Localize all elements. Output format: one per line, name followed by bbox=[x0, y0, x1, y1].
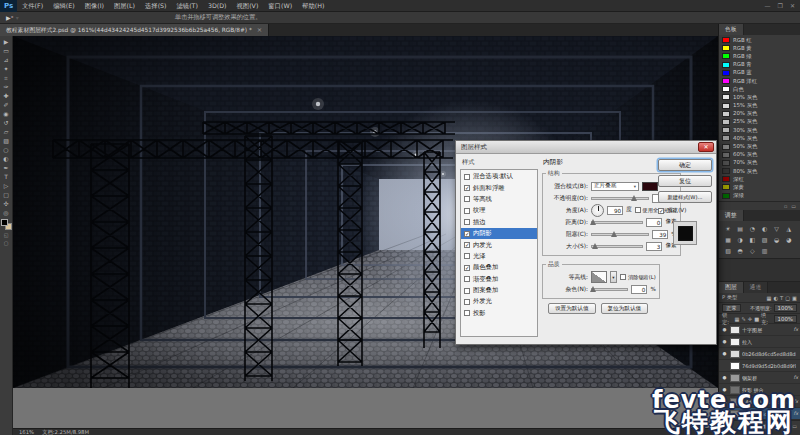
marquee-tool-icon[interactable]: ▭ bbox=[3, 46, 9, 55]
style-label[interactable]: 混合选项:默认 bbox=[473, 172, 513, 181]
layer-thumbnail[interactable] bbox=[730, 326, 740, 334]
hand-tool-icon[interactable]: ✣ bbox=[3, 199, 8, 208]
reset-button[interactable]: 复位 bbox=[658, 175, 712, 187]
eye-icon[interactable]: ● bbox=[721, 339, 728, 344]
delete-swatch-icon[interactable]: ▭ bbox=[791, 203, 796, 209]
eyedropper-tool-icon[interactable]: ✑ bbox=[3, 82, 8, 91]
menu-item[interactable]: 选择(S) bbox=[140, 0, 172, 12]
swatch-row[interactable]: 15% 灰色 bbox=[719, 102, 800, 110]
opacity-slider[interactable] bbox=[591, 197, 649, 200]
new-swatch-icon[interactable]: ▫ bbox=[784, 203, 787, 209]
menu-item[interactable]: 编辑(E) bbox=[48, 0, 80, 12]
style-checkbox[interactable] bbox=[464, 299, 470, 305]
style-label[interactable]: 斜面和浮雕 bbox=[473, 184, 504, 193]
layer-thumbnail[interactable] bbox=[730, 374, 740, 382]
quick-select-tool-icon[interactable]: ✦ bbox=[3, 64, 8, 73]
distance-slider[interactable] bbox=[591, 221, 643, 224]
history-brush-tool-icon[interactable]: ↺ bbox=[3, 118, 8, 127]
preview-checkbox[interactable]: ✓预览(V) bbox=[658, 207, 712, 215]
style-checkbox[interactable]: ✓ bbox=[464, 265, 470, 271]
style-checkbox[interactable]: ✓ bbox=[464, 242, 470, 248]
levels-icon[interactable]: ▤ bbox=[735, 224, 745, 233]
color-balance-icon[interactable]: ▦ bbox=[723, 235, 733, 244]
layer-name[interactable]: 投影 拼合 bbox=[742, 387, 796, 393]
swatch-row[interactable]: 70% 灰色 bbox=[719, 159, 800, 167]
style-label[interactable]: 内发光 bbox=[473, 241, 492, 250]
layer-fx-badge[interactable]: fx bbox=[793, 327, 798, 332]
layer-name[interactable]: 44d4d04d4b6d4b... bbox=[742, 411, 791, 417]
curves-icon[interactable]: ◔ bbox=[747, 224, 757, 233]
style-item[interactable]: 混合选项:默认 bbox=[461, 171, 537, 182]
angle-field[interactable]: 90 bbox=[607, 206, 623, 215]
layer-name[interactable]: 钢架群 bbox=[742, 375, 791, 381]
style-label[interactable]: 描边 bbox=[473, 218, 486, 227]
foreground-color-swatch[interactable] bbox=[1, 219, 8, 226]
layer-thumbnail[interactable] bbox=[730, 338, 740, 346]
eye-icon[interactable]: ● bbox=[721, 327, 728, 332]
eye-icon[interactable]: ● bbox=[721, 399, 728, 404]
move-tool-icon[interactable]: ▶ bbox=[4, 37, 9, 46]
swatch-row[interactable]: RGB 蓝 bbox=[719, 69, 800, 77]
blur-tool-icon[interactable]: ○ bbox=[3, 145, 8, 154]
style-label[interactable]: 渐变叠加 bbox=[473, 275, 498, 284]
zoom-level[interactable]: 161% bbox=[19, 429, 34, 435]
eye-icon[interactable]: ● bbox=[721, 411, 728, 416]
layer-style-icon[interactable]: fx bbox=[755, 423, 760, 429]
selective-color-icon[interactable]: ▥ bbox=[760, 246, 770, 255]
adjustment-layer-icon[interactable]: ◍ bbox=[771, 423, 775, 429]
swatch-row[interactable]: 20% 灰色 bbox=[719, 110, 800, 118]
style-item[interactable]: 渐变叠加 bbox=[461, 274, 537, 285]
style-checkbox[interactable]: ✓ bbox=[464, 185, 470, 191]
eye-icon[interactable]: ● bbox=[721, 351, 728, 356]
layer-name[interactable]: 十字图层 bbox=[742, 327, 791, 333]
menu-item[interactable]: 视图(V) bbox=[232, 0, 264, 12]
tab-channels[interactable]: 通道 bbox=[744, 282, 769, 293]
document-tab[interactable]: 教程素材图层样式2.psd @ 161%(44d43424245d4517d39… bbox=[0, 24, 269, 36]
menu-item[interactable]: 文件(F) bbox=[17, 0, 48, 12]
path-select-tool-icon[interactable]: ▷ bbox=[4, 181, 9, 190]
tab-layers[interactable]: 图层 bbox=[719, 282, 744, 293]
swatch-row[interactable]: 深红 bbox=[719, 175, 800, 183]
layer-mask-icon[interactable]: ◧ bbox=[763, 423, 768, 429]
anti-alias-checkbox[interactable]: 消除锯齿(L) bbox=[620, 274, 656, 281]
swatch-row[interactable]: RGB 黄 bbox=[719, 44, 800, 52]
eye-icon[interactable]: ● bbox=[721, 375, 728, 380]
channel-mixer-icon[interactable]: ▨ bbox=[760, 235, 770, 244]
layer-row[interactable]: ● 投影 拼合 bbox=[719, 384, 800, 396]
contour-thumbnail[interactable] bbox=[591, 271, 607, 283]
layer-fx-badge[interactable]: fx bbox=[793, 375, 798, 380]
menu-item[interactable]: 3D(D) bbox=[203, 0, 232, 12]
style-item[interactable]: 外发光 bbox=[461, 296, 537, 307]
swatch-row[interactable]: 25% 灰色 bbox=[719, 118, 800, 126]
exposure-icon[interactable]: ◐ bbox=[760, 224, 770, 233]
eye-icon[interactable]: ● bbox=[721, 387, 728, 392]
layer-row[interactable]: 76d9d9d5d2b0d8d9f9b0d9Dat... bbox=[719, 360, 800, 372]
brush-tool-icon[interactable]: ✐ bbox=[3, 100, 8, 109]
layer-name[interactable]: 76d9d9d5d2b0d8d9f9b0d9Dat... bbox=[742, 363, 796, 369]
noise-field[interactable]: 0 bbox=[631, 285, 647, 294]
opacity-select[interactable]: 100% bbox=[774, 304, 797, 312]
active-tool-indicator[interactable]: ▶⁺ ▾ bbox=[0, 14, 25, 21]
menu-item[interactable]: 图像(I) bbox=[80, 0, 109, 12]
layer-row[interactable]: ● 44d4d04d4b6d4b... fx bbox=[719, 408, 800, 420]
layer-row[interactable]: ● 钢架群 fx bbox=[719, 372, 800, 384]
link-layers-icon[interactable]: ∞ bbox=[748, 423, 752, 429]
layer-filter-label[interactable]: P 类型 bbox=[722, 294, 737, 301]
layer-row[interactable]: ● 十字图层 fx bbox=[719, 324, 800, 336]
menu-item[interactable]: 滤镜(T) bbox=[172, 0, 203, 12]
layer-row[interactable]: ● 拉入 bbox=[719, 336, 800, 348]
swatch-row[interactable]: 60% 灰色 bbox=[719, 151, 800, 159]
fill-select[interactable]: 100% bbox=[774, 315, 797, 323]
crop-tool-icon[interactable]: ⌗ bbox=[4, 73, 7, 82]
layer-filter-icon[interactable]: ▦ bbox=[767, 295, 772, 301]
tab-adjustments[interactable]: 调整 bbox=[719, 210, 744, 221]
color-swatch-control[interactable] bbox=[1, 219, 12, 230]
style-item[interactable]: 投影 bbox=[461, 308, 537, 319]
posterize-icon[interactable]: ▧ bbox=[723, 246, 733, 255]
style-checkbox[interactable] bbox=[464, 174, 470, 180]
style-label[interactable]: 光泽 bbox=[473, 252, 486, 261]
brightness-contrast-icon[interactable]: ☀ bbox=[723, 224, 733, 233]
swatch-row[interactable]: RGB 红 bbox=[719, 36, 800, 44]
size-slider[interactable] bbox=[591, 245, 643, 248]
style-item[interactable]: 纹理 bbox=[461, 205, 537, 216]
